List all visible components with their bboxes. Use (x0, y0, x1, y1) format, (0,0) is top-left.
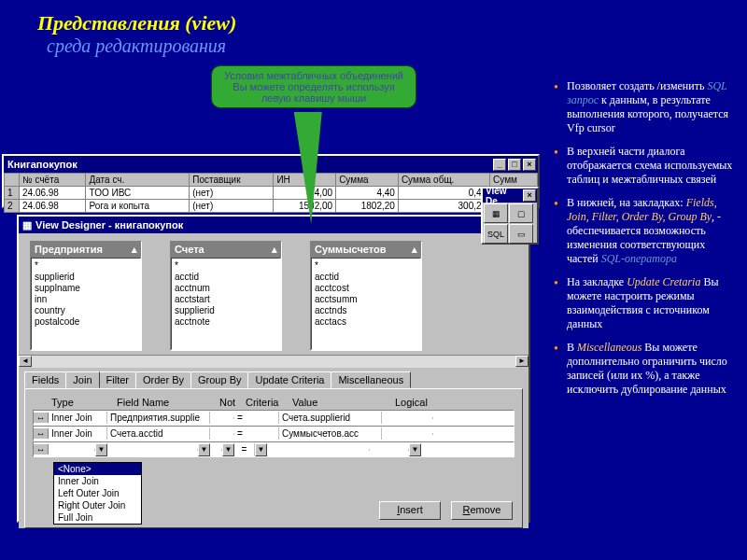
table-card-summyschetov[interactable]: Суммысчетов▴ * acctid acctcost acctsumm … (310, 241, 422, 351)
dropdown-option[interactable]: Right Outer Join (54, 499, 141, 511)
tab-update-criteria[interactable]: Update Criteria (247, 371, 331, 388)
table-row: 1 24.06.98 ТОО ИВС (нет) 4,00 4,40 0,40 (5, 187, 538, 200)
join-row[interactable]: ↔ Inner Join Предприятия.supplie = Счета… (33, 410, 514, 426)
grid-titlebar[interactable]: Книгапокупок _ □ × (4, 156, 538, 173)
chevron-up-icon[interactable]: ▴ (132, 244, 137, 256)
table-row: 2 24.06.98 Рога и копыта (нет) 1502,00 1… (5, 200, 538, 213)
tab-fields[interactable]: Fields (24, 371, 66, 388)
minimize-button[interactable]: _ (493, 159, 506, 171)
tab-misc[interactable]: Miscellaneous (331, 371, 411, 388)
row-handle-icon[interactable]: ↔ (34, 413, 49, 423)
remove-table-icon[interactable]: ▢ (509, 203, 533, 223)
join-column-headers: Type Field Name Not Criteria Value Logic… (51, 397, 514, 408)
tab-join[interactable]: Join (65, 371, 99, 388)
horizontal-scrollbar[interactable]: ◄ ► (19, 355, 529, 368)
row-handle-icon[interactable]: ↔ (34, 428, 49, 439)
dropdown-option[interactable]: Left Outer Join (54, 487, 141, 499)
bullet-1: Позволяет создать /изменить SQL запрос к… (554, 79, 736, 135)
chevron-up-icon[interactable]: ▴ (412, 244, 417, 256)
dropdown-option[interactable]: <None> (54, 463, 141, 475)
close-button[interactable]: × (523, 159, 536, 171)
not-dropdown-button[interactable]: ▼ (222, 443, 234, 456)
maximize-icon[interactable]: ▭ (509, 224, 533, 244)
table-card-predpriyatiya[interactable]: Предприятия▴ * supplierid supplname inn … (30, 241, 142, 351)
dropdown-option[interactable]: Full Join (54, 511, 141, 524)
slide-subtitle: среда редактирования (0, 35, 747, 57)
app-icon: ▦ (22, 219, 32, 231)
maximize-button[interactable]: □ (508, 159, 521, 171)
join-type-dropdown[interactable]: <None> Inner Join Left Outer Join Right … (53, 462, 142, 525)
join-row[interactable]: ↔ Inner Join Счета.acctid = Суммысчетов.… (33, 426, 514, 441)
scroll-left-icon[interactable]: ◄ (19, 356, 32, 367)
row-handle-icon[interactable]: ↔ (34, 444, 49, 455)
criteria-dropdown-button[interactable]: ▼ (255, 443, 267, 456)
callout-annotation: Условия межтабличных объединений Вы може… (211, 65, 416, 108)
remove-button[interactable]: RRemoveemove (451, 501, 513, 520)
close-icon[interactable]: × (523, 189, 536, 202)
vd-titlebar[interactable]: ▦ View Designer - книгапокупок _ □ × (19, 217, 529, 233)
tab-filter[interactable]: Filter (99, 371, 136, 388)
tab-groupby[interactable]: Group By (190, 371, 248, 388)
grid-title: Книгапокупок (7, 159, 78, 170)
table-card-scheta[interactable]: Счета▴ * acctid acctnum acctstart suppli… (170, 241, 282, 351)
bullet-5: В Miscellaneous Вы можете дополнительно … (554, 341, 736, 397)
scroll-right-icon[interactable]: ► (515, 356, 529, 367)
sql-button[interactable]: SQL (484, 224, 508, 244)
data-grid-window: Книгапокупок _ □ × № счёта Дата сч. Пост… (2, 154, 540, 208)
slide-title: Представления (view) (0, 0, 747, 35)
insert-button[interactable]: IInsertnsert (379, 501, 441, 520)
data-grid[interactable]: № счёта Дата сч. Поставщик ИН Сумма Сумм… (4, 173, 538, 213)
join-tab-page: Type Field Name Not Criteria Value Logic… (24, 388, 523, 528)
bullet-4: На закладке Update Cretaria Вы можете на… (554, 275, 736, 331)
bullet-2: В верхней части диалога отображается схе… (554, 145, 736, 187)
chevron-up-icon[interactable]: ▴ (272, 244, 277, 256)
logical-dropdown-button[interactable]: ▼ (409, 443, 421, 456)
tab-orderby[interactable]: Order By (135, 371, 191, 388)
dropdown-option[interactable]: Inner Join (54, 475, 141, 487)
view-designer-toolbar[interactable]: View De× ▦ ▢ SQL ▭ (481, 187, 539, 245)
bullet-3: В нижней, на закладках: Fields, Join, Fi… (554, 196, 736, 266)
join-row-new[interactable]: ↔ ▼ ▼ ▼ = ▼ ▼ (33, 441, 514, 457)
type-dropdown-button[interactable]: ▼ (95, 443, 107, 456)
description-panel: Позволяет создать /изменить SQL запрос к… (554, 79, 736, 406)
add-table-icon[interactable]: ▦ (484, 203, 508, 223)
table-diagram-pane[interactable]: Предприятия▴ * supplierid supplname inn … (19, 233, 529, 355)
tab-strip: Fields Join Filter Order By Group By Upd… (24, 371, 523, 388)
field-dropdown-button[interactable]: ▼ (198, 443, 210, 456)
view-designer-window: ▦ View Designer - книгапокупок _ □ × Пре… (17, 215, 530, 523)
